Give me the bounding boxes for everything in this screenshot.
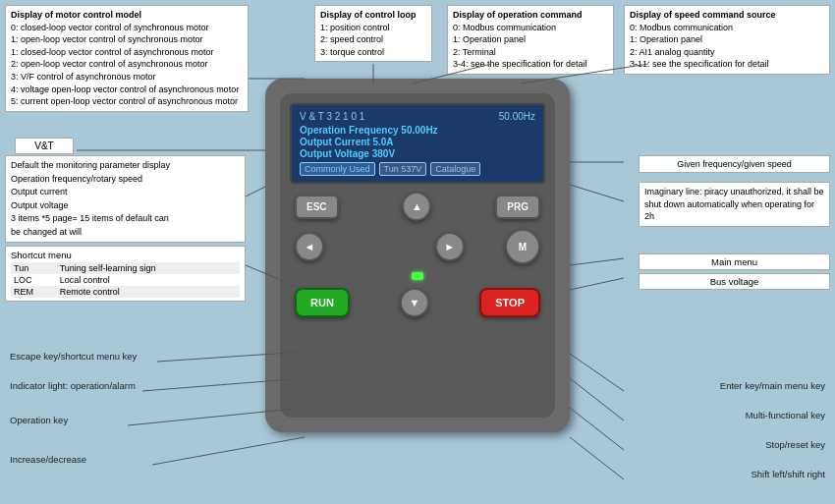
top-anno-1-line6: 5: current open-loop vector control of a… (11, 96, 238, 106)
device-inner: V & T 3 2 1 0 1 50.00Hz Operation Freque… (280, 93, 555, 418)
main-menu-label: Main menu (711, 256, 757, 267)
top-anno-2-line1: 1: position control (320, 23, 390, 32)
monitor-line-2: Output current (11, 187, 68, 196)
lcd-freq-display: 50.00Hz (499, 111, 535, 122)
shortcut-menu-title: Shortcut menu (11, 250, 240, 260)
shortcut-rem-code: REM (11, 286, 57, 298)
main-menu-box: Main menu (639, 253, 830, 270)
lcd-tab-commonly-used[interactable]: Commonly Used (300, 162, 375, 176)
monitor-box: Default the monitoring parameter display… (5, 155, 246, 243)
button-row-bottom: RUN ▼ STOP (290, 288, 545, 317)
svg-line-17 (570, 408, 624, 450)
monitor-line-3: Output voltage (11, 200, 69, 210)
lcd-op-freq: Operation Frequency 50.00Hz (300, 125, 535, 136)
stop-reset-label: Stop/reset key (765, 439, 825, 450)
top-anno-2-title: Display of control loop (320, 10, 417, 20)
shortcut-loc-code: LOC (11, 274, 57, 286)
top-annotation-3: Display of operation command 0: Modbus c… (447, 5, 614, 75)
top-annotation-1: Display of motor control model 0: closed… (5, 5, 249, 112)
monitor-line-4: 3 items *5 page= 15 items of default can (11, 213, 169, 223)
nav-center-space (364, 232, 394, 261)
top-anno-2-line2: 2: speed control (320, 34, 383, 44)
shift-right-label: Shift left/shift right (751, 469, 825, 479)
top-anno-1-line5: 4: voltage open-loop vector control of a… (11, 84, 239, 94)
top-anno-4-line3: 3-11: see the specification for detail (630, 59, 769, 69)
right-button[interactable]: ► (435, 232, 465, 261)
shortcut-tun-code: Tun (11, 262, 57, 274)
shortcut-row-rem: REM Remote control (11, 286, 240, 298)
svg-line-13 (570, 258, 624, 265)
button-area: ESC ▲ PRG ◄ ► M RUN ▼ STOP (290, 192, 545, 408)
top-anno-3-line3: 3-4: see the specification for detail (453, 59, 587, 69)
indicator-light-label: Indicator light: operation/alarm (10, 380, 136, 391)
prg-button[interactable]: PRG (495, 195, 540, 219)
top-anno-1-line0: 0: closed-loop vector control of synchro… (11, 23, 209, 32)
shortcut-rem-desc: Remote control (57, 286, 240, 298)
shortcut-menu-box: Shortcut menu Tun Tuning self-learning s… (5, 246, 246, 302)
svg-line-12 (570, 185, 624, 201)
indicator-row (407, 272, 428, 280)
top-annotation-4: Display of speed command source 0: Modbu… (624, 5, 830, 75)
svg-line-14 (570, 278, 624, 290)
button-row-top: ESC ▲ PRG (290, 192, 545, 221)
top-anno-3-title: Display of operation command (453, 10, 583, 20)
lcd-tab-tun[interactable]: Tun 537V (379, 162, 427, 176)
operation-key-label: Operation key (10, 415, 68, 425)
given-freq-label: Given frequency/given speed (677, 159, 792, 169)
shortcut-row-tun: Tun Tuning self-learning sign (11, 262, 240, 274)
imaginary-box: Imaginary line: piracy unauthorized, it … (639, 182, 830, 227)
svg-line-10 (152, 437, 305, 465)
top-annotation-2: Display of control loop 1: position cont… (314, 5, 432, 62)
run-button[interactable]: RUN (295, 288, 350, 317)
top-anno-3-line2: 2: Terminal (453, 47, 496, 57)
bus-voltage-box: Bus voltage (639, 273, 830, 290)
lcd-screen: V & T 3 2 1 0 1 50.00Hz Operation Freque… (290, 103, 545, 184)
m-button[interactable]: M (505, 229, 540, 264)
button-row-mid: ◄ ► M (290, 229, 545, 264)
shortcut-loc-desc: Local control (57, 274, 240, 286)
svg-line-5 (246, 187, 265, 196)
enter-key-label: Enter key/main menu key (720, 380, 825, 391)
top-anno-1-line4: 3: V/F control of asynchronous motor (11, 72, 156, 82)
monitor-line-0: Default the monitoring parameter display (11, 160, 170, 170)
top-anno-1-line1: 1: open-loop vector control of synchrono… (11, 34, 203, 44)
shortcut-tun-desc: Tuning self-learning sign (57, 262, 240, 274)
top-anno-4-line2: 2: AI1 analog quantity (630, 47, 715, 57)
top-anno-1-line2: 1: closed-loop vector control of asynchr… (11, 47, 214, 57)
svg-line-15 (570, 354, 624, 391)
bus-voltage-label: Bus voltage (710, 276, 759, 287)
top-anno-3-line0: 0: Modbus communication (453, 23, 556, 32)
imaginary-label: Imaginary line: piracy unauthorized, it … (644, 187, 824, 221)
left-button[interactable]: ◄ (295, 232, 324, 261)
top-anno-4-title: Display of speed command source (630, 10, 776, 20)
vt-label: V&T (15, 138, 74, 154)
increase-decrease-label: Increase/decrease (10, 454, 86, 465)
top-anno-1-line3: 2: open-loop vector control of asynchron… (11, 59, 208, 69)
top-anno-2-line3: 3: torque control (320, 47, 384, 57)
lcd-tab-catalogue[interactable]: Catalogue (430, 162, 480, 176)
lcd-output-current: Output Current 5.0A (300, 137, 535, 147)
up-button[interactable]: ▲ (402, 192, 431, 221)
esc-button[interactable]: ESC (295, 195, 339, 219)
top-anno-4-line1: 1: Operation panel (630, 34, 702, 44)
monitor-line-5: be changed at will (11, 227, 82, 237)
lcd-tabs: Commonly Used Tun 537V Catalogue (300, 162, 535, 176)
escape-key-label: Escape key/shortcut menu key (10, 351, 137, 362)
lcd-output-voltage: Output Voltage 380V (300, 148, 535, 159)
stop-button[interactable]: STOP (479, 288, 540, 317)
lcd-top-row: V & T 3 2 1 0 1 50.00Hz (300, 111, 535, 122)
down-button[interactable]: ▼ (400, 288, 429, 317)
top-anno-1-title: Display of motor control model (11, 10, 141, 20)
top-anno-4-line0: 0: Modbus communication (630, 23, 733, 32)
monitor-line-1: Operation frequency/rotary speed (11, 174, 142, 184)
device-body: V & T 3 2 1 0 1 50.00Hz Operation Freque… (265, 79, 570, 432)
svg-line-16 (570, 378, 624, 420)
shortcut-row-loc: LOC Local control (11, 274, 240, 286)
shortcut-table: Tun Tuning self-learning sign LOC Local … (11, 262, 240, 298)
multi-functional-label: Multi-functional key (746, 410, 825, 420)
top-anno-3-line1: 1: Operation panel (453, 34, 526, 44)
lcd-model: V & T 3 2 1 0 1 (300, 111, 364, 122)
svg-line-18 (570, 437, 624, 479)
given-freq-box: Given frequency/given speed (639, 155, 830, 173)
indicator-light (412, 272, 423, 280)
